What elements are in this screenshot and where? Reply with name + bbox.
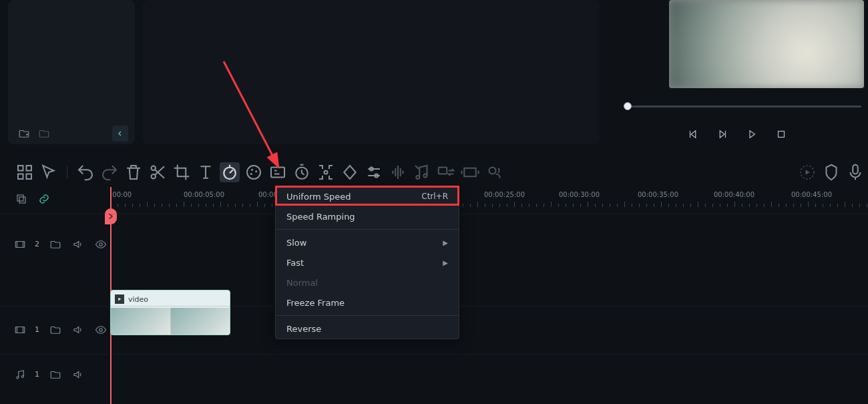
chevron-right-icon: ▶: [443, 239, 448, 246]
folder-icon[interactable]: [49, 323, 62, 337]
nest-icon[interactable]: [15, 192, 28, 206]
svg-point-6: [152, 174, 156, 179]
ruler-label: 00:00:45:00: [791, 191, 832, 198]
svg-rect-4: [27, 174, 32, 180]
menu-item-label: Uniform Speed: [286, 192, 351, 202]
caption-icon[interactable]: [268, 162, 288, 182]
timer-icon[interactable]: [292, 162, 312, 182]
separator: [67, 166, 67, 179]
prev-frame-icon[interactable]: [686, 128, 700, 141]
voiceover-icon[interactable]: [484, 162, 504, 182]
svg-point-21: [489, 168, 496, 174]
tracking-icon[interactable]: [316, 162, 336, 182]
menu-item-label: Freeze Frame: [286, 298, 345, 308]
ruler-label: :00:00: [110, 191, 132, 198]
subtitle-sync-icon[interactable]: [436, 162, 456, 182]
svg-rect-2: [27, 166, 32, 171]
player-scrub-track[interactable]: [628, 106, 861, 108]
menu-reverse[interactable]: Reverse: [276, 319, 459, 339]
menu-normal: Normal: [276, 272, 459, 292]
timeline-toolbar: [0, 160, 868, 184]
menu-item-label: Slow: [286, 238, 306, 248]
mute-icon[interactable]: [71, 323, 85, 337]
text-icon[interactable]: [196, 162, 216, 182]
mute-icon[interactable]: [71, 238, 85, 251]
svg-rect-0: [779, 132, 785, 138]
svg-point-5: [152, 166, 156, 171]
ruler-label: 00:00:30:00: [559, 191, 600, 198]
menu-item-label: Reverse: [286, 324, 321, 334]
track-badge: 1: [35, 325, 39, 334]
folder-icon[interactable]: [49, 368, 62, 381]
svg-rect-25: [19, 197, 25, 203]
menu-speed-ramping[interactable]: Speed Ramping: [276, 206, 459, 226]
timeline-ruler[interactable]: :00:0000:00:05:0000:00:100:00:25:0000:00…: [110, 190, 868, 212]
svg-rect-23: [853, 165, 858, 174]
player-scrub-head[interactable]: [624, 102, 632, 110]
play-icon[interactable]: [716, 128, 729, 141]
link-icon[interactable]: [37, 192, 51, 206]
clip-play-icon: [115, 294, 124, 304]
svg-point-9: [251, 169, 253, 171]
folder-add-icon[interactable]: [17, 127, 31, 140]
ruler-label: 00:00:35:00: [638, 191, 678, 198]
play-forward-icon[interactable]: [745, 128, 758, 141]
ruler-label: 00:00:25:00: [484, 191, 525, 198]
audio-level-icon[interactable]: [388, 162, 408, 182]
mute-icon[interactable]: [71, 368, 85, 381]
menu-item-label: Speed Ramping: [286, 212, 355, 222]
stop-icon[interactable]: [775, 128, 788, 141]
clip-label: video: [128, 295, 148, 304]
svg-rect-24: [17, 195, 23, 201]
redo-icon[interactable]: [99, 162, 120, 182]
svg-point-29: [99, 328, 103, 331]
chevron-right-icon: ▶: [443, 259, 448, 266]
svg-point-30: [17, 377, 19, 379]
svg-point-8: [247, 166, 260, 179]
menu-slow[interactable]: Slow ▶: [276, 232, 459, 252]
apps-icon[interactable]: [15, 162, 35, 182]
render-icon[interactable]: [797, 162, 817, 182]
menu-separator: [276, 315, 459, 316]
visibility-icon[interactable]: [94, 323, 107, 337]
mask-icon[interactable]: [340, 162, 360, 182]
svg-point-14: [324, 171, 328, 174]
track-type-video-icon: [13, 323, 27, 337]
track-type-video-icon: [13, 238, 27, 251]
ruler-label: 00:00:05:00: [184, 191, 224, 198]
svg-rect-3: [18, 174, 23, 180]
track-badge: 2: [35, 240, 39, 248]
menu-freeze-frame[interactable]: Freeze Frame: [276, 292, 459, 313]
speed-dropdown-menu: Uniform Speed Ctrl+R Speed Ramping Slow …: [275, 186, 459, 339]
speed-icon[interactable]: [220, 162, 240, 182]
svg-point-31: [21, 375, 23, 377]
player-scrubber[interactable]: [617, 102, 861, 111]
menu-uniform-speed[interactable]: Uniform Speed Ctrl+R: [276, 186, 459, 206]
mic-icon[interactable]: [845, 162, 865, 182]
menu-fast[interactable]: Fast ▶: [276, 252, 459, 272]
audio-detach-icon[interactable]: [412, 162, 432, 182]
track-badge: 1: [35, 370, 39, 379]
svg-rect-12: [271, 168, 284, 178]
marker-icon[interactable]: [821, 162, 841, 182]
color-icon[interactable]: [244, 162, 264, 182]
svg-point-18: [424, 174, 427, 178]
scissors-icon[interactable]: [148, 162, 168, 182]
delete-icon[interactable]: [124, 162, 144, 182]
menu-item-label: Fast: [286, 258, 304, 268]
folder-empty-icon[interactable]: [37, 127, 51, 140]
collapse-panel-button[interactable]: [112, 126, 128, 142]
visibility-icon[interactable]: [94, 238, 107, 251]
adjust-icon[interactable]: [364, 162, 384, 182]
svg-point-11: [250, 173, 252, 175]
pointer-icon[interactable]: [39, 162, 59, 182]
menu-item-label: Normal: [286, 278, 318, 288]
svg-point-27: [99, 242, 103, 246]
crop-icon[interactable]: [172, 162, 192, 182]
svg-point-17: [416, 176, 419, 179]
aspect-icon[interactable]: [460, 162, 480, 182]
undo-icon[interactable]: [75, 162, 95, 182]
folder-icon[interactable]: [49, 238, 62, 251]
preview-panel: [143, 0, 600, 144]
track-audio: 1: [0, 354, 868, 394]
